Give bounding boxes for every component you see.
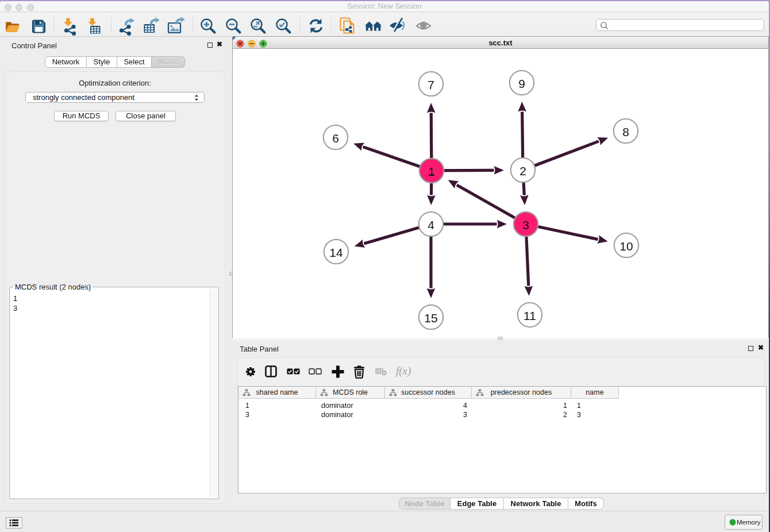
svg-text:10: 10 bbox=[619, 240, 633, 253]
svg-text:6: 6 bbox=[332, 132, 339, 145]
svg-text:14: 14 bbox=[329, 246, 343, 259]
svg-text:8: 8 bbox=[622, 125, 629, 138]
svg-text:9: 9 bbox=[518, 77, 525, 90]
svg-text:4: 4 bbox=[428, 218, 434, 232]
svg-text:1: 1 bbox=[428, 165, 435, 178]
svg-text:3: 3 bbox=[522, 218, 529, 232]
svg-text:15: 15 bbox=[424, 311, 437, 325]
svg-text:7: 7 bbox=[428, 78, 434, 91]
svg-text:11: 11 bbox=[523, 309, 536, 322]
svg-text:2: 2 bbox=[519, 164, 526, 178]
